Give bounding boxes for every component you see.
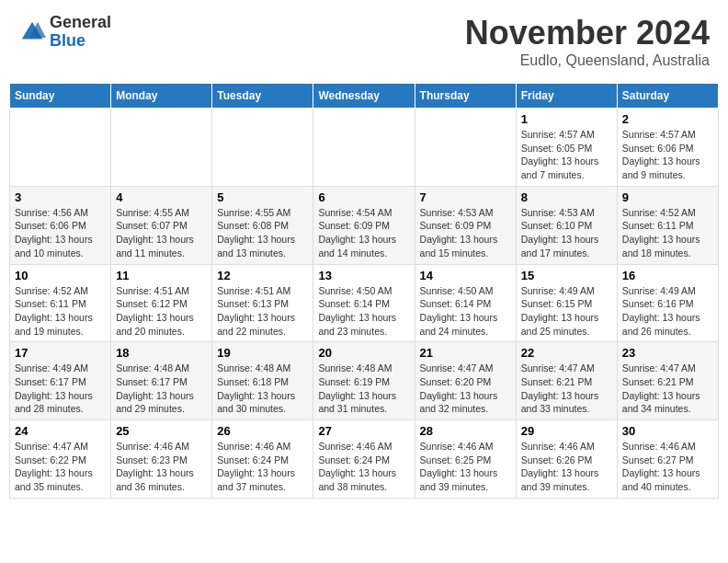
calendar-cell: 5Sunrise: 4:55 AM Sunset: 6:08 PM Daylig… bbox=[212, 186, 313, 264]
day-number: 11 bbox=[116, 269, 207, 282]
day-number: 2 bbox=[622, 112, 713, 126]
calendar-cell: 18Sunrise: 4:48 AM Sunset: 6:17 PM Dayli… bbox=[111, 342, 212, 420]
day-number: 5 bbox=[217, 190, 308, 204]
calendar-cell: 16Sunrise: 4:49 AM Sunset: 6:16 PM Dayli… bbox=[617, 264, 718, 342]
day-number: 18 bbox=[116, 346, 207, 360]
calendar-cell: 23Sunrise: 4:47 AM Sunset: 6:21 PM Dayli… bbox=[617, 342, 718, 420]
day-number: 12 bbox=[217, 269, 308, 282]
day-info: Sunrise: 4:53 AM Sunset: 6:10 PM Dayligh… bbox=[521, 206, 612, 260]
calendar-cell bbox=[10, 109, 111, 187]
day-info: Sunrise: 4:50 AM Sunset: 6:14 PM Dayligh… bbox=[318, 284, 409, 339]
calendar-cell: 10Sunrise: 4:52 AM Sunset: 6:11 PM Dayli… bbox=[10, 264, 111, 342]
calendar-cell bbox=[415, 109, 516, 187]
day-number: 20 bbox=[318, 346, 409, 360]
day-number: 29 bbox=[521, 424, 612, 438]
day-number: 17 bbox=[15, 346, 106, 360]
day-number: 28 bbox=[420, 424, 511, 438]
day-info: Sunrise: 4:51 AM Sunset: 6:12 PM Dayligh… bbox=[116, 284, 207, 339]
calendar-cell: 13Sunrise: 4:50 AM Sunset: 6:14 PM Dayli… bbox=[313, 264, 415, 342]
day-info: Sunrise: 4:47 AM Sunset: 6:22 PM Dayligh… bbox=[15, 440, 106, 494]
day-info: Sunrise: 4:55 AM Sunset: 6:07 PM Dayligh… bbox=[116, 206, 207, 260]
calendar-cell: 24Sunrise: 4:47 AM Sunset: 6:22 PM Dayli… bbox=[10, 420, 111, 499]
day-number: 24 bbox=[15, 424, 106, 438]
day-number: 1 bbox=[521, 112, 612, 126]
calendar-cell: 21Sunrise: 4:47 AM Sunset: 6:20 PM Dayli… bbox=[415, 342, 516, 420]
calendar-cell: 2Sunrise: 4:57 AM Sunset: 6:06 PM Daylig… bbox=[617, 109, 718, 187]
day-info: Sunrise: 4:47 AM Sunset: 6:21 PM Dayligh… bbox=[622, 362, 713, 416]
day-info: Sunrise: 4:57 AM Sunset: 6:06 PM Dayligh… bbox=[622, 128, 713, 182]
day-number: 9 bbox=[622, 190, 713, 204]
calendar-cell bbox=[111, 109, 212, 187]
day-info: Sunrise: 4:55 AM Sunset: 6:08 PM Dayligh… bbox=[217, 206, 308, 260]
day-number: 13 bbox=[318, 269, 409, 282]
calendar-header-monday: Monday bbox=[111, 84, 212, 109]
month-title: November 2024 bbox=[465, 14, 710, 52]
day-info: Sunrise: 4:49 AM Sunset: 6:17 PM Dayligh… bbox=[15, 362, 106, 416]
day-info: Sunrise: 4:47 AM Sunset: 6:21 PM Dayligh… bbox=[521, 362, 612, 416]
calendar-cell: 9Sunrise: 4:52 AM Sunset: 6:11 PM Daylig… bbox=[617, 186, 718, 264]
calendar-cell: 4Sunrise: 4:55 AM Sunset: 6:07 PM Daylig… bbox=[111, 186, 212, 264]
day-number: 8 bbox=[521, 190, 612, 204]
calendar-cell: 11Sunrise: 4:51 AM Sunset: 6:12 PM Dayli… bbox=[111, 264, 212, 342]
day-info: Sunrise: 4:46 AM Sunset: 6:26 PM Dayligh… bbox=[521, 440, 612, 494]
day-number: 23 bbox=[622, 346, 713, 360]
day-number: 19 bbox=[217, 346, 308, 360]
calendar-header-row: SundayMondayTuesdayWednesdayThursdayFrid… bbox=[10, 84, 719, 109]
calendar-header-friday: Friday bbox=[516, 84, 617, 109]
day-info: Sunrise: 4:46 AM Sunset: 6:27 PM Dayligh… bbox=[622, 440, 713, 494]
day-number: 21 bbox=[420, 346, 511, 360]
day-info: Sunrise: 4:49 AM Sunset: 6:16 PM Dayligh… bbox=[622, 284, 713, 339]
logo-icon bbox=[18, 18, 46, 46]
calendar-header-sunday: Sunday bbox=[10, 84, 111, 109]
logo-blue: Blue bbox=[50, 32, 111, 51]
calendar-header-tuesday: Tuesday bbox=[212, 84, 313, 109]
day-number: 7 bbox=[420, 190, 511, 204]
day-number: 6 bbox=[318, 190, 409, 204]
day-info: Sunrise: 4:56 AM Sunset: 6:06 PM Dayligh… bbox=[15, 206, 106, 260]
day-info: Sunrise: 4:53 AM Sunset: 6:09 PM Dayligh… bbox=[420, 206, 511, 260]
day-info: Sunrise: 4:50 AM Sunset: 6:14 PM Dayligh… bbox=[420, 284, 511, 339]
calendar-table: SundayMondayTuesdayWednesdayThursdayFrid… bbox=[9, 83, 719, 499]
calendar-header-saturday: Saturday bbox=[617, 84, 718, 109]
calendar-cell: 28Sunrise: 4:46 AM Sunset: 6:25 PM Dayli… bbox=[415, 420, 516, 499]
day-info: Sunrise: 4:48 AM Sunset: 6:18 PM Dayligh… bbox=[217, 362, 308, 416]
day-number: 25 bbox=[116, 424, 207, 438]
day-info: Sunrise: 4:46 AM Sunset: 6:24 PM Dayligh… bbox=[318, 440, 409, 494]
day-info: Sunrise: 4:47 AM Sunset: 6:20 PM Dayligh… bbox=[420, 362, 511, 416]
day-number: 30 bbox=[622, 424, 713, 438]
day-info: Sunrise: 4:46 AM Sunset: 6:23 PM Dayligh… bbox=[116, 440, 207, 494]
calendar-cell: 17Sunrise: 4:49 AM Sunset: 6:17 PM Dayli… bbox=[10, 342, 111, 420]
logo-text: General Blue bbox=[50, 14, 111, 51]
calendar-cell: 25Sunrise: 4:46 AM Sunset: 6:23 PM Dayli… bbox=[111, 420, 212, 499]
logo: General Blue bbox=[18, 14, 111, 51]
day-info: Sunrise: 4:57 AM Sunset: 6:05 PM Dayligh… bbox=[521, 128, 612, 182]
location: Eudlo, Queensland, Australia bbox=[465, 52, 710, 69]
day-info: Sunrise: 4:49 AM Sunset: 6:15 PM Dayligh… bbox=[521, 284, 612, 339]
day-info: Sunrise: 4:54 AM Sunset: 6:09 PM Dayligh… bbox=[318, 206, 409, 260]
calendar-cell: 27Sunrise: 4:46 AM Sunset: 6:24 PM Dayli… bbox=[313, 420, 415, 499]
day-number: 26 bbox=[217, 424, 308, 438]
calendar-cell: 6Sunrise: 4:54 AM Sunset: 6:09 PM Daylig… bbox=[313, 186, 415, 264]
calendar-week-row: 3Sunrise: 4:56 AM Sunset: 6:06 PM Daylig… bbox=[10, 186, 719, 264]
day-number: 14 bbox=[420, 269, 511, 282]
day-number: 10 bbox=[15, 269, 106, 282]
day-info: Sunrise: 4:52 AM Sunset: 6:11 PM Dayligh… bbox=[15, 284, 106, 339]
calendar-cell: 1Sunrise: 4:57 AM Sunset: 6:05 PM Daylig… bbox=[516, 109, 617, 187]
calendar-cell: 29Sunrise: 4:46 AM Sunset: 6:26 PM Dayli… bbox=[516, 420, 617, 499]
calendar-cell bbox=[212, 109, 313, 187]
day-info: Sunrise: 4:46 AM Sunset: 6:24 PM Dayligh… bbox=[217, 440, 308, 494]
title-section: November 2024 Eudlo, Queensland, Austral… bbox=[465, 14, 710, 69]
calendar-cell: 14Sunrise: 4:50 AM Sunset: 6:14 PM Dayli… bbox=[415, 264, 516, 342]
day-number: 3 bbox=[15, 190, 106, 204]
calendar-cell bbox=[313, 109, 415, 187]
day-number: 4 bbox=[116, 190, 207, 204]
day-info: Sunrise: 4:51 AM Sunset: 6:13 PM Dayligh… bbox=[217, 284, 308, 339]
calendar-cell: 8Sunrise: 4:53 AM Sunset: 6:10 PM Daylig… bbox=[516, 186, 617, 264]
calendar-cell: 7Sunrise: 4:53 AM Sunset: 6:09 PM Daylig… bbox=[415, 186, 516, 264]
calendar-week-row: 17Sunrise: 4:49 AM Sunset: 6:17 PM Dayli… bbox=[10, 342, 719, 420]
calendar-cell: 15Sunrise: 4:49 AM Sunset: 6:15 PM Dayli… bbox=[516, 264, 617, 342]
day-number: 16 bbox=[622, 269, 713, 282]
day-number: 15 bbox=[521, 269, 612, 282]
calendar-week-row: 10Sunrise: 4:52 AM Sunset: 6:11 PM Dayli… bbox=[10, 264, 719, 342]
day-info: Sunrise: 4:46 AM Sunset: 6:25 PM Dayligh… bbox=[420, 440, 511, 494]
